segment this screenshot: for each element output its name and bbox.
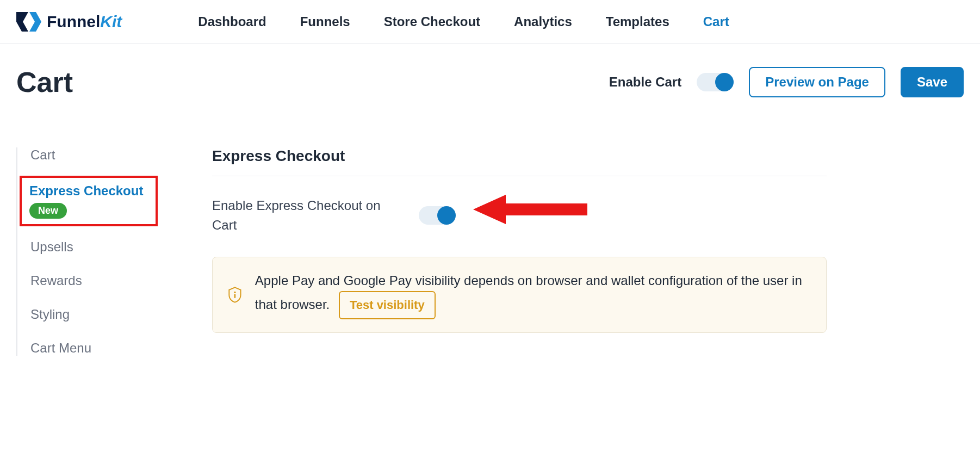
enable-express-row: Enable Express Checkout on Cart [212, 196, 827, 235]
nav-dashboard[interactable]: Dashboard [198, 14, 266, 29]
page-title: Cart [16, 66, 73, 98]
svg-marker-0 [473, 195, 587, 224]
page-header: Cart Enable Cart Preview on Page Save [0, 44, 980, 115]
main-panel: Express Checkout Enable Express Checkout… [212, 147, 827, 356]
brand-name-2: Kit [100, 13, 122, 30]
section-title: Express Checkout [212, 147, 827, 176]
preview-button[interactable]: Preview on Page [749, 67, 885, 97]
topbar: FunnelKit Dashboard Funnels Store Checko… [0, 0, 980, 44]
shield-info-icon [228, 284, 242, 306]
sidebar-item-label: Express Checkout [29, 183, 148, 199]
nav-templates[interactable]: Templates [606, 14, 669, 29]
sidebar-item-express-checkout[interactable]: Express Checkout New [20, 176, 158, 226]
nav-cart[interactable]: Cart [703, 14, 729, 29]
brand-logo: FunnelKit [16, 11, 122, 33]
svg-point-1 [234, 292, 235, 293]
sidebar-item-styling[interactable]: Styling [30, 307, 158, 322]
nav-analytics[interactable]: Analytics [514, 14, 572, 29]
enable-express-label: Enable Express Checkout on Cart [212, 196, 386, 235]
test-visibility-button[interactable]: Test visibility [339, 291, 436, 319]
info-box: Apple Pay and Google Pay visibility depe… [212, 257, 827, 333]
settings-sidebar: Cart Express Checkout New Upsells Reward… [16, 147, 158, 356]
info-message: Apple Pay and Google Pay visibility depe… [255, 273, 802, 312]
main-nav: Dashboard Funnels Store Checkout Analyti… [198, 14, 729, 29]
info-text: Apple Pay and Google Pay visibility depe… [255, 270, 811, 319]
enable-cart-toggle[interactable] [697, 73, 734, 91]
sidebar-item-rewards[interactable]: Rewards [30, 273, 158, 288]
header-actions: Enable Cart Preview on Page Save [609, 67, 964, 97]
nav-store-checkout[interactable]: Store Checkout [384, 14, 480, 29]
sidebar-item-cart-menu[interactable]: Cart Menu [30, 341, 158, 356]
annotation-arrow-icon [473, 190, 593, 228]
enable-express-toggle[interactable] [419, 206, 456, 225]
nav-funnels[interactable]: Funnels [300, 14, 350, 29]
content: Cart Express Checkout New Upsells Reward… [0, 115, 980, 356]
sidebar-item-cart[interactable]: Cart [30, 147, 158, 163]
sidebar-item-upsells[interactable]: Upsells [30, 239, 158, 255]
svg-rect-2 [234, 294, 236, 298]
enable-cart-label: Enable Cart [609, 75, 681, 90]
save-button[interactable]: Save [901, 67, 964, 97]
new-badge: New [29, 203, 67, 219]
funnelkit-logo-icon [16, 11, 42, 33]
brand-name-1: Funnel [47, 13, 100, 30]
